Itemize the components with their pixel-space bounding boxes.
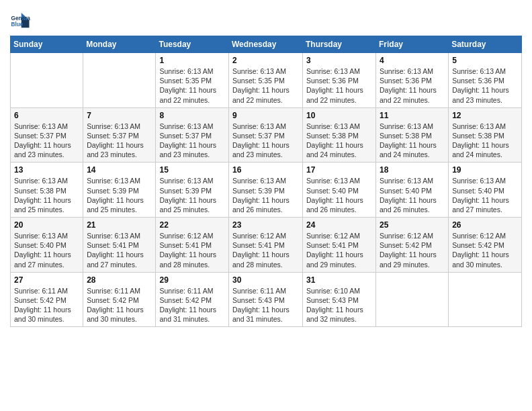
day-detail: Sunrise: 6:13 AMSunset: 5:39 PMDaylight:…: [232, 176, 299, 214]
day-number: 19: [452, 165, 518, 175]
day-number: 14: [87, 165, 152, 175]
calendar-cell: 8Sunrise: 6:13 AMSunset: 5:37 PMDaylight…: [156, 107, 229, 163]
day-detail: Sunrise: 6:13 AMSunset: 5:35 PMDaylight:…: [232, 66, 299, 105]
calendar-cell: 31Sunrise: 6:10 AMSunset: 5:43 PMDayligh…: [303, 272, 376, 327]
day-detail: Sunrise: 6:12 AMSunset: 5:42 PMDaylight:…: [380, 231, 445, 269]
svg-text:Blue: Blue: [11, 21, 24, 28]
day-detail: Sunrise: 6:13 AMSunset: 5:38 PMDaylight:…: [14, 176, 79, 214]
day-number: 31: [306, 275, 372, 285]
calendar-cell: 27Sunrise: 6:11 AMSunset: 5:42 PMDayligh…: [11, 272, 83, 327]
calendar-cell: 24Sunrise: 6:12 AMSunset: 5:41 PMDayligh…: [303, 218, 376, 273]
calendar-cell: 4Sunrise: 6:13 AMSunset: 5:36 PMDaylight…: [376, 53, 449, 108]
day-detail: Sunrise: 6:11 AMSunset: 5:43 PMDaylight:…: [232, 286, 299, 324]
day-detail: Sunrise: 6:11 AMSunset: 5:42 PMDaylight:…: [159, 286, 225, 324]
weekday-header-row: SundayMondayTuesdayWednesdayThursdayFrid…: [11, 36, 522, 53]
day-number: 24: [306, 220, 372, 230]
day-detail: Sunrise: 6:11 AMSunset: 5:42 PMDaylight:…: [87, 286, 152, 324]
calendar-cell: 30Sunrise: 6:11 AMSunset: 5:43 PMDayligh…: [229, 272, 303, 327]
calendar-cell: 25Sunrise: 6:12 AMSunset: 5:42 PMDayligh…: [376, 218, 449, 273]
day-number: 13: [14, 165, 79, 175]
day-detail: Sunrise: 6:13 AMSunset: 5:41 PMDaylight:…: [87, 231, 152, 269]
day-number: 25: [380, 220, 445, 230]
day-number: 28: [87, 275, 152, 285]
day-number: 5: [452, 56, 518, 65]
weekday-saturday: Saturday: [449, 36, 522, 53]
day-number: 8: [159, 111, 225, 120]
logo-icon: General Blue: [10, 10, 30, 30]
weekday-friday: Friday: [376, 36, 449, 53]
weekday-tuesday: Tuesday: [156, 36, 229, 53]
calendar-cell: 26Sunrise: 6:12 AMSunset: 5:42 PMDayligh…: [449, 218, 522, 273]
day-number: 6: [14, 111, 79, 120]
calendar-cell: 10Sunrise: 6:13 AMSunset: 5:38 PMDayligh…: [303, 107, 376, 163]
day-number: 17: [306, 165, 372, 175]
day-detail: Sunrise: 6:12 AMSunset: 5:41 PMDaylight:…: [159, 231, 225, 269]
day-number: 30: [232, 275, 299, 285]
day-number: 9: [232, 111, 299, 120]
calendar-cell: 6Sunrise: 6:13 AMSunset: 5:37 PMDaylight…: [11, 107, 83, 163]
day-detail: Sunrise: 6:13 AMSunset: 5:37 PMDaylight:…: [232, 122, 299, 160]
day-detail: Sunrise: 6:12 AMSunset: 5:41 PMDaylight:…: [306, 231, 372, 269]
calendar-cell: 1Sunrise: 6:13 AMSunset: 5:35 PMDaylight…: [156, 53, 229, 108]
calendar-cell: 11Sunrise: 6:13 AMSunset: 5:38 PMDayligh…: [376, 107, 449, 163]
day-number: 12: [452, 111, 518, 120]
calendar-cell: [11, 53, 83, 108]
day-detail: Sunrise: 6:13 AMSunset: 5:40 PMDaylight:…: [14, 231, 79, 269]
day-number: 3: [306, 56, 372, 65]
week-row-4: 20Sunrise: 6:13 AMSunset: 5:40 PMDayligh…: [11, 218, 522, 273]
day-number: 29: [159, 275, 225, 285]
day-detail: Sunrise: 6:13 AMSunset: 5:38 PMDaylight:…: [380, 122, 445, 160]
day-number: 22: [159, 220, 225, 230]
day-number: 23: [232, 220, 299, 230]
day-number: 21: [87, 220, 152, 230]
calendar-cell: [449, 272, 522, 327]
calendar-cell: 22Sunrise: 6:12 AMSunset: 5:41 PMDayligh…: [156, 218, 229, 273]
calendar-cell: 16Sunrise: 6:13 AMSunset: 5:39 PMDayligh…: [229, 163, 303, 218]
calendar-cell: 12Sunrise: 6:13 AMSunset: 5:38 PMDayligh…: [449, 107, 522, 163]
day-detail: Sunrise: 6:12 AMSunset: 5:42 PMDaylight:…: [452, 231, 518, 269]
weekday-thursday: Thursday: [303, 36, 376, 53]
day-detail: Sunrise: 6:12 AMSunset: 5:41 PMDaylight:…: [232, 231, 299, 269]
logo: General Blue: [10, 10, 33, 30]
calendar-cell: [376, 272, 449, 327]
day-detail: Sunrise: 6:13 AMSunset: 5:40 PMDaylight:…: [380, 176, 445, 214]
day-number: 16: [232, 165, 299, 175]
day-number: 2: [232, 56, 299, 65]
day-number: 26: [452, 220, 518, 230]
calendar-cell: 15Sunrise: 6:13 AMSunset: 5:39 PMDayligh…: [156, 163, 229, 218]
day-detail: Sunrise: 6:13 AMSunset: 5:39 PMDaylight:…: [87, 176, 152, 214]
calendar-table: SundayMondayTuesdayWednesdayThursdayFrid…: [10, 36, 522, 327]
calendar-cell: 13Sunrise: 6:13 AMSunset: 5:38 PMDayligh…: [11, 163, 83, 218]
week-row-5: 27Sunrise: 6:11 AMSunset: 5:42 PMDayligh…: [11, 272, 522, 327]
calendar-cell: [83, 53, 156, 108]
calendar-cell: 5Sunrise: 6:13 AMSunset: 5:36 PMDaylight…: [449, 53, 522, 108]
page: General Blue SundayMondayTuesdayWednesda…: [0, 0, 532, 411]
calendar-cell: 14Sunrise: 6:13 AMSunset: 5:39 PMDayligh…: [83, 163, 156, 218]
week-row-3: 13Sunrise: 6:13 AMSunset: 5:38 PMDayligh…: [11, 163, 522, 218]
svg-text:General: General: [11, 15, 31, 21]
weekday-wednesday: Wednesday: [229, 36, 303, 53]
weekday-monday: Monday: [83, 36, 156, 53]
day-detail: Sunrise: 6:13 AMSunset: 5:37 PMDaylight:…: [87, 122, 152, 160]
calendar-cell: 18Sunrise: 6:13 AMSunset: 5:40 PMDayligh…: [376, 163, 449, 218]
day-detail: Sunrise: 6:13 AMSunset: 5:40 PMDaylight:…: [306, 176, 372, 214]
day-detail: Sunrise: 6:13 AMSunset: 5:36 PMDaylight:…: [380, 66, 445, 105]
day-number: 27: [14, 275, 79, 285]
day-number: 7: [87, 111, 152, 120]
calendar-cell: 17Sunrise: 6:13 AMSunset: 5:40 PMDayligh…: [303, 163, 376, 218]
day-detail: Sunrise: 6:13 AMSunset: 5:36 PMDaylight:…: [306, 66, 372, 105]
calendar-cell: 21Sunrise: 6:13 AMSunset: 5:41 PMDayligh…: [83, 218, 156, 273]
calendar-cell: 9Sunrise: 6:13 AMSunset: 5:37 PMDaylight…: [229, 107, 303, 163]
day-number: 15: [159, 165, 225, 175]
day-detail: Sunrise: 6:13 AMSunset: 5:37 PMDaylight:…: [159, 122, 225, 160]
day-detail: Sunrise: 6:13 AMSunset: 5:36 PMDaylight:…: [452, 66, 518, 105]
day-detail: Sunrise: 6:10 AMSunset: 5:43 PMDaylight:…: [306, 286, 372, 324]
day-detail: Sunrise: 6:13 AMSunset: 5:40 PMDaylight:…: [452, 176, 518, 214]
calendar-cell: 29Sunrise: 6:11 AMSunset: 5:42 PMDayligh…: [156, 272, 229, 327]
day-number: 4: [380, 56, 445, 65]
day-number: 10: [306, 111, 372, 120]
week-row-1: 1Sunrise: 6:13 AMSunset: 5:35 PMDaylight…: [11, 53, 522, 108]
day-detail: Sunrise: 6:13 AMSunset: 5:38 PMDaylight:…: [306, 122, 372, 160]
day-number: 1: [159, 56, 225, 65]
calendar-cell: 2Sunrise: 6:13 AMSunset: 5:35 PMDaylight…: [229, 53, 303, 108]
